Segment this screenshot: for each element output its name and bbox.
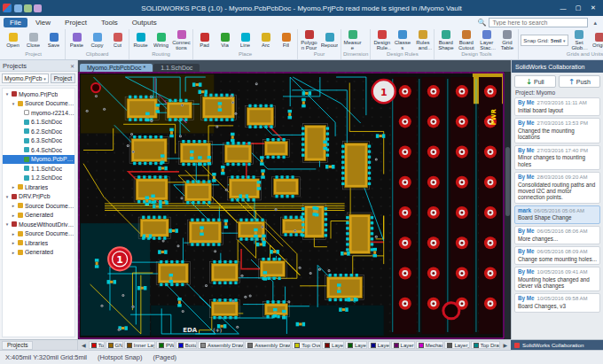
- ribbon-grid-table-button[interactable]: Grid Table: [497, 30, 516, 51]
- comment-card[interactable]: By Me27/03/2016 17:40 PMMinor changes to…: [514, 145, 600, 170]
- vertical-scrollbar[interactable]: [505, 72, 511, 339]
- layer-tab-pwr[interactable]: PWR: [156, 341, 175, 349]
- comment-card[interactable]: mark06/05/2016 05:06 AMBoard Shape Chang…: [514, 205, 600, 224]
- collaboration-panel-tab[interactable]: SolidWorks Collaboration: [511, 340, 603, 350]
- tree-item-mousewithoutdrive-prjpcb[interactable]: ▾MouseWithoutDrive.PrjPcb: [3, 220, 74, 229]
- comment-card[interactable]: By Me06/05/2016 08:06 AMMore changes...: [514, 226, 600, 244]
- tree-item-1-2-schdoc[interactable]: 1.2.SchDoc: [3, 174, 74, 183]
- ribbon-route-button[interactable]: Route: [131, 33, 150, 48]
- ribbon-polygon-pour-button[interactable]: Polygon Pour: [300, 30, 318, 51]
- push-button[interactable]: ⇡ Push: [559, 75, 600, 88]
- close-button[interactable]: ✕: [586, 2, 600, 14]
- layer-tab-layer-20[interactable]: Layer_20: [444, 341, 469, 349]
- layer-tab-inner-layer-1[interactable]: Inner Layer 1: [124, 341, 155, 349]
- layer-tab-layer-13[interactable]: Layer 13: [391, 341, 415, 349]
- tree-item-drv-prjpcb[interactable]: ▾DRV.PrjPcb: [3, 192, 74, 202]
- tree-item-myomo-r2214-final-net[interactable]: myomo-r2214-final.net: [3, 108, 74, 118]
- ribbon-rules-and-violations-button[interactable]: Rules and Violations: [413, 30, 432, 51]
- ribbon-via-button[interactable]: Via: [215, 33, 234, 48]
- ribbon-board-cutout-button[interactable]: Board Cutout: [457, 30, 475, 51]
- tree-item-source-documents[interactable]: ▸Source Documents: [3, 229, 74, 239]
- tree-item-6-3-schdoc[interactable]: 6.3.SchDoc: [3, 136, 74, 146]
- ribbon-paste-button[interactable]: Paste: [67, 33, 86, 48]
- layers-scroll-right-icon[interactable]: ▶: [501, 342, 509, 348]
- redo-icon[interactable]: [34, 4, 42, 12]
- menu-tab-outputs[interactable]: Outputs: [126, 18, 163, 27]
- document-tab-myomo-pcbpcbdoc[interactable]: Myomo.PcbPcbDoc *: [80, 64, 153, 72]
- ribbon-wiring-button[interactable]: Wiring: [152, 33, 170, 48]
- layer-label: Bottom: [185, 343, 197, 348]
- tree-item-6-1-schdoc[interactable]: 6.1.SchDoc: [3, 118, 74, 128]
- comment-card[interactable]: By Me06/05/2016 08:09 AMChange some moun…: [514, 246, 600, 265]
- search-input[interactable]: [489, 18, 588, 27]
- ribbon-open-button[interactable]: Open: [4, 33, 22, 48]
- tree-item-libraries[interactable]: ▸Libraries: [3, 182, 74, 192]
- ribbon-classes-button[interactable]: Classes: [393, 30, 411, 51]
- layer-tab-gnd[interactable]: GND: [106, 341, 123, 349]
- minimize-button[interactable]: —: [556, 2, 570, 14]
- layers-scroll-left-icon[interactable]: ◀: [80, 342, 88, 348]
- tree-item-source-documents[interactable]: ▸Source Documents: [3, 201, 74, 211]
- ribbon-save-button[interactable]: Save: [44, 33, 63, 48]
- comment-card[interactable]: By Me10/05/2016 09:58 AMBoard Changes, v…: [514, 293, 600, 312]
- ribbon-cut-button[interactable]: Cut: [108, 33, 127, 48]
- ribbon-copy-button[interactable]: Copy: [88, 33, 106, 48]
- ribbon-pad-button[interactable]: Pad: [195, 33, 214, 48]
- snap-grid-label: Snap Grid:: [523, 38, 549, 43]
- pcb-canvas[interactable]: 11EDA(+)PWR: [78, 72, 505, 339]
- ribbon-collapse-icon[interactable]: ▴: [591, 19, 599, 27]
- layer-tab-assembly-drawing-top[interactable]: Assembly Drawing Top: [198, 341, 244, 349]
- ribbon-fill-button[interactable]: Fill: [277, 33, 295, 48]
- ribbon-origin-button[interactable]: Origin: [591, 33, 603, 48]
- scrollbar-thumb[interactable]: [505, 147, 510, 217]
- pull-button[interactable]: ⇣ Pull: [514, 75, 556, 88]
- ribbon-set-global-snap-grids-button[interactable]: Set Global Snap Grids: [570, 30, 589, 51]
- layer-tab-layer-2[interactable]: Layer 2: [345, 341, 367, 349]
- projects-panel-tab[interactable]: Projects: [2, 341, 33, 350]
- pcb-viewport[interactable]: 11EDA(+)PWR: [78, 72, 505, 339]
- menu-tab-tools[interactable]: Tools: [95, 18, 124, 27]
- project-button[interactable]: Project: [51, 74, 75, 83]
- menu-tab-view[interactable]: View: [29, 18, 57, 27]
- save-icon[interactable]: [14, 4, 22, 12]
- tree-item-source-documents[interactable]: ▾Source Documents: [3, 99, 74, 109]
- ribbon-button-label: Cut: [114, 43, 121, 48]
- comment-card[interactable]: By Me28/03/2016 09:20 AMConsolidated rou…: [514, 172, 600, 204]
- tree-item-6-4-schdoc[interactable]: 6.4.SchDoc: [3, 145, 74, 155]
- maximize-button[interactable]: ▢: [571, 2, 585, 14]
- panel-close-icon[interactable]: ✕: [70, 63, 74, 69]
- project-selector-dropdown[interactable]: Myomo.PrjPcb ▾: [2, 74, 49, 83]
- ribbon-repour-button[interactable]: Repour: [320, 33, 339, 48]
- comment-card[interactable]: By Me27/03/2016 13:53 PMChanged the moun…: [514, 118, 600, 143]
- layer-tab-mechanical[interactable]: Mechanical: [416, 341, 444, 349]
- tree-item-generated[interactable]: ▸Generated: [3, 248, 74, 258]
- ribbon-design-rule-check-button[interactable]: Design Rule Check: [372, 30, 391, 51]
- comment-card[interactable]: By Me10/05/2016 09:41 AMMounting holes c…: [514, 267, 600, 291]
- layer-tab-top-overlay[interactable]: Top Overlay: [292, 341, 321, 349]
- ribbon-connections-button[interactable]: Connections: [172, 30, 191, 51]
- ribbon-line-button[interactable]: Line: [236, 33, 255, 48]
- layer-tab-top-drawing[interactable]: Top Drawing: [471, 341, 501, 349]
- layer-tab-layer-1[interactable]: Layer 1: [322, 341, 344, 349]
- ribbon-board-shape-button[interactable]: Board Shape: [436, 30, 455, 51]
- tree-item-myomo-pcbpcbdoc[interactable]: Myomo.PcbPcbDoc *: [3, 155, 74, 165]
- tree-item-libraries[interactable]: ▸Libraries: [3, 238, 74, 248]
- layer-tab-top[interactable]: Top: [89, 341, 105, 349]
- ribbon-measure-button[interactable]: Measure: [343, 30, 362, 51]
- undo-icon[interactable]: [24, 4, 32, 12]
- snap-grid-dropdown[interactable]: Snap Grid:5mil▾: [521, 35, 568, 46]
- tree-item-myomo-prjpcb[interactable]: ▾Myomo.PrjPcb: [3, 89, 74, 99]
- ribbon-arc-button[interactable]: Arc: [256, 33, 275, 48]
- tree-item-6-2-schdoc[interactable]: 6.2.SchDoc: [3, 127, 74, 136]
- layer-tab-layer-6[interactable]: Layer 6: [368, 341, 390, 349]
- ribbon-layer-stack-manager-button[interactable]: Layer Stack Manager: [477, 30, 496, 51]
- layer-tab-bottom[interactable]: Bottom: [176, 341, 197, 349]
- layer-tab-assembly-drawing-bot[interactable]: Assembly Drawing Bot: [245, 341, 291, 349]
- ribbon-close-button[interactable]: Close: [24, 33, 43, 48]
- tree-item-1-1-schdoc[interactable]: 1.1.SchDoc: [3, 164, 74, 174]
- menu-tab-project[interactable]: Project: [59, 18, 93, 27]
- document-tab-1-1-schdoc[interactable]: 1.1.SchDoc: [153, 64, 200, 72]
- comment-card[interactable]: By Me27/03/2016 11:11 AMInitial board la…: [514, 97, 600, 116]
- tree-item-generated[interactable]: ▸Generated: [3, 211, 74, 221]
- menu-tab-file[interactable]: File: [4, 18, 27, 27]
